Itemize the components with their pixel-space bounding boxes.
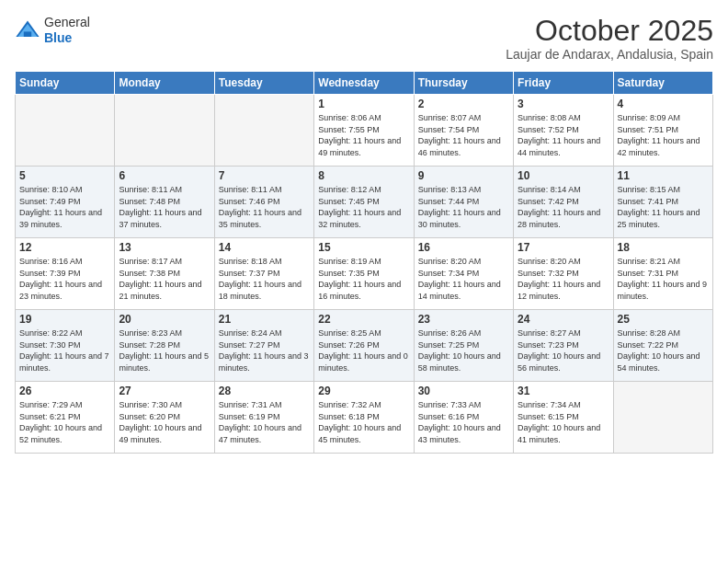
day-number: 25 xyxy=(618,313,709,326)
day-detail: Sunrise: 8:21 AMSunset: 7:31 PMDaylight:… xyxy=(618,256,709,302)
weekday-header-friday: Friday xyxy=(514,72,613,95)
day-detail: Sunrise: 8:14 AMSunset: 7:42 PMDaylight:… xyxy=(518,184,609,230)
calendar-cell: 20Sunrise: 8:23 AMSunset: 7:28 PMDayligh… xyxy=(115,310,214,382)
day-detail: Sunrise: 7:34 AMSunset: 6:15 PMDaylight:… xyxy=(518,399,609,445)
day-detail: Sunrise: 7:30 AMSunset: 6:20 PMDaylight:… xyxy=(119,399,210,445)
day-number: 30 xyxy=(418,385,509,397)
day-number: 23 xyxy=(418,313,509,326)
logo-icon xyxy=(15,17,40,43)
day-number: 24 xyxy=(518,313,609,326)
day-detail: Sunrise: 7:33 AMSunset: 6:16 PMDaylight:… xyxy=(418,399,509,445)
calendar-cell: 6Sunrise: 8:11 AMSunset: 7:48 PMDaylight… xyxy=(115,167,214,238)
day-detail: Sunrise: 7:29 AMSunset: 6:21 PMDaylight:… xyxy=(19,399,110,445)
day-detail: Sunrise: 8:11 AMSunset: 7:48 PMDaylight:… xyxy=(119,184,210,230)
day-detail: Sunrise: 8:09 AMSunset: 7:51 PMDaylight:… xyxy=(618,112,709,158)
day-detail: Sunrise: 8:10 AMSunset: 7:49 PMDaylight:… xyxy=(19,184,110,230)
day-detail: Sunrise: 8:15 AMSunset: 7:41 PMDaylight:… xyxy=(618,184,709,230)
day-detail: Sunrise: 8:12 AMSunset: 7:45 PMDaylight:… xyxy=(318,184,409,230)
weekday-header-tuesday: Tuesday xyxy=(214,72,313,95)
day-number: 21 xyxy=(219,313,310,326)
calendar-header-row: SundayMondayTuesdayWednesdayThursdayFrid… xyxy=(16,72,713,95)
day-number: 1 xyxy=(318,98,409,110)
calendar-week-row: 12Sunrise: 8:16 AMSunset: 7:39 PMDayligh… xyxy=(16,238,713,310)
page-container: General Blue October 2025 Laujar de Anda… xyxy=(0,0,728,563)
svg-rect-2 xyxy=(24,31,31,37)
calendar-cell: 29Sunrise: 7:32 AMSunset: 6:18 PMDayligh… xyxy=(314,382,414,454)
weekday-header-thursday: Thursday xyxy=(414,72,513,95)
calendar-cell: 31Sunrise: 7:34 AMSunset: 6:15 PMDayligh… xyxy=(514,382,613,454)
calendar-week-row: 1Sunrise: 8:06 AMSunset: 7:55 PMDaylight… xyxy=(16,95,713,167)
day-number: 6 xyxy=(119,169,210,182)
weekday-header-wednesday: Wednesday xyxy=(314,72,414,95)
calendar-cell: 13Sunrise: 8:17 AMSunset: 7:38 PMDayligh… xyxy=(115,238,214,310)
location: Laujar de Andarax, Andalusia, Spain xyxy=(506,47,713,62)
day-detail: Sunrise: 8:20 AMSunset: 7:32 PMDaylight:… xyxy=(518,256,609,302)
day-number: 29 xyxy=(318,385,409,397)
day-number: 15 xyxy=(318,241,409,254)
day-number: 7 xyxy=(219,169,310,182)
day-detail: Sunrise: 8:13 AMSunset: 7:44 PMDaylight:… xyxy=(418,184,509,230)
calendar-table: SundayMondayTuesdayWednesdayThursdayFrid… xyxy=(15,71,713,454)
logo: General Blue xyxy=(15,15,90,46)
day-number: 8 xyxy=(318,169,409,182)
day-detail: Sunrise: 8:22 AMSunset: 7:30 PMDaylight:… xyxy=(19,327,110,373)
day-number: 18 xyxy=(618,241,709,254)
day-number: 17 xyxy=(518,241,609,254)
calendar-cell: 11Sunrise: 8:15 AMSunset: 7:41 PMDayligh… xyxy=(613,167,712,238)
month-title: October 2025 xyxy=(506,15,713,47)
day-number: 14 xyxy=(219,241,310,254)
calendar-cell: 8Sunrise: 8:12 AMSunset: 7:45 PMDaylight… xyxy=(314,167,414,238)
day-number: 13 xyxy=(119,241,210,254)
calendar-cell xyxy=(214,95,313,167)
weekday-header-monday: Monday xyxy=(115,72,214,95)
day-detail: Sunrise: 8:25 AMSunset: 7:26 PMDaylight:… xyxy=(318,327,409,373)
weekday-header-sunday: Sunday xyxy=(16,72,115,95)
page-header: General Blue October 2025 Laujar de Anda… xyxy=(15,15,713,62)
day-number: 27 xyxy=(119,385,210,397)
calendar-cell: 25Sunrise: 8:28 AMSunset: 7:22 PMDayligh… xyxy=(613,310,712,382)
day-detail: Sunrise: 8:26 AMSunset: 7:25 PMDaylight:… xyxy=(418,327,509,373)
day-detail: Sunrise: 8:17 AMSunset: 7:38 PMDaylight:… xyxy=(119,256,210,302)
calendar-cell: 14Sunrise: 8:18 AMSunset: 7:37 PMDayligh… xyxy=(214,238,313,310)
day-detail: Sunrise: 8:11 AMSunset: 7:46 PMDaylight:… xyxy=(219,184,310,230)
day-number: 26 xyxy=(19,385,110,397)
day-detail: Sunrise: 8:16 AMSunset: 7:39 PMDaylight:… xyxy=(19,256,110,302)
calendar-week-row: 5Sunrise: 8:10 AMSunset: 7:49 PMDaylight… xyxy=(16,167,713,238)
calendar-cell: 26Sunrise: 7:29 AMSunset: 6:21 PMDayligh… xyxy=(16,382,115,454)
day-number: 11 xyxy=(618,169,709,182)
calendar-cell: 4Sunrise: 8:09 AMSunset: 7:51 PMDaylight… xyxy=(613,95,712,167)
calendar-cell xyxy=(613,382,712,454)
day-detail: Sunrise: 8:07 AMSunset: 7:54 PMDaylight:… xyxy=(418,112,509,158)
day-detail: Sunrise: 8:27 AMSunset: 7:23 PMDaylight:… xyxy=(518,327,609,373)
day-number: 16 xyxy=(418,241,509,254)
calendar-cell: 23Sunrise: 8:26 AMSunset: 7:25 PMDayligh… xyxy=(414,310,513,382)
calendar-cell: 15Sunrise: 8:19 AMSunset: 7:35 PMDayligh… xyxy=(314,238,414,310)
calendar-cell: 10Sunrise: 8:14 AMSunset: 7:42 PMDayligh… xyxy=(514,167,613,238)
calendar-cell: 19Sunrise: 8:22 AMSunset: 7:30 PMDayligh… xyxy=(16,310,115,382)
calendar-week-row: 19Sunrise: 8:22 AMSunset: 7:30 PMDayligh… xyxy=(16,310,713,382)
calendar-cell: 16Sunrise: 8:20 AMSunset: 7:34 PMDayligh… xyxy=(414,238,513,310)
calendar-cell: 22Sunrise: 8:25 AMSunset: 7:26 PMDayligh… xyxy=(314,310,414,382)
calendar-cell: 18Sunrise: 8:21 AMSunset: 7:31 PMDayligh… xyxy=(613,238,712,310)
day-number: 31 xyxy=(518,385,609,397)
calendar-cell: 7Sunrise: 8:11 AMSunset: 7:46 PMDaylight… xyxy=(214,167,313,238)
day-number: 20 xyxy=(119,313,210,326)
weekday-header-saturday: Saturday xyxy=(613,72,712,95)
calendar-cell: 30Sunrise: 7:33 AMSunset: 6:16 PMDayligh… xyxy=(414,382,513,454)
logo-text: General Blue xyxy=(44,15,90,46)
calendar-cell: 24Sunrise: 8:27 AMSunset: 7:23 PMDayligh… xyxy=(514,310,613,382)
calendar-cell: 9Sunrise: 8:13 AMSunset: 7:44 PMDaylight… xyxy=(414,167,513,238)
title-block: October 2025 Laujar de Andarax, Andalusi… xyxy=(506,15,713,62)
calendar-cell: 3Sunrise: 8:08 AMSunset: 7:52 PMDaylight… xyxy=(514,95,613,167)
day-number: 9 xyxy=(418,169,509,182)
day-number: 4 xyxy=(618,98,709,110)
calendar-cell: 17Sunrise: 8:20 AMSunset: 7:32 PMDayligh… xyxy=(514,238,613,310)
day-number: 2 xyxy=(418,98,509,110)
calendar-cell xyxy=(16,95,115,167)
day-number: 22 xyxy=(318,313,409,326)
calendar-cell: 21Sunrise: 8:24 AMSunset: 7:27 PMDayligh… xyxy=(214,310,313,382)
day-detail: Sunrise: 8:20 AMSunset: 7:34 PMDaylight:… xyxy=(418,256,509,302)
day-detail: Sunrise: 7:32 AMSunset: 6:18 PMDaylight:… xyxy=(318,399,409,445)
calendar-cell xyxy=(115,95,214,167)
day-detail: Sunrise: 8:23 AMSunset: 7:28 PMDaylight:… xyxy=(119,327,210,373)
